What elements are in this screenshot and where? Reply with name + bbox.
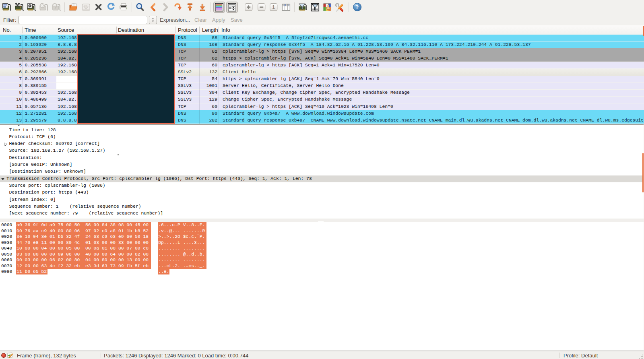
svg-text:?: ? [356,4,359,10]
svg-text:1: 1 [272,4,275,10]
